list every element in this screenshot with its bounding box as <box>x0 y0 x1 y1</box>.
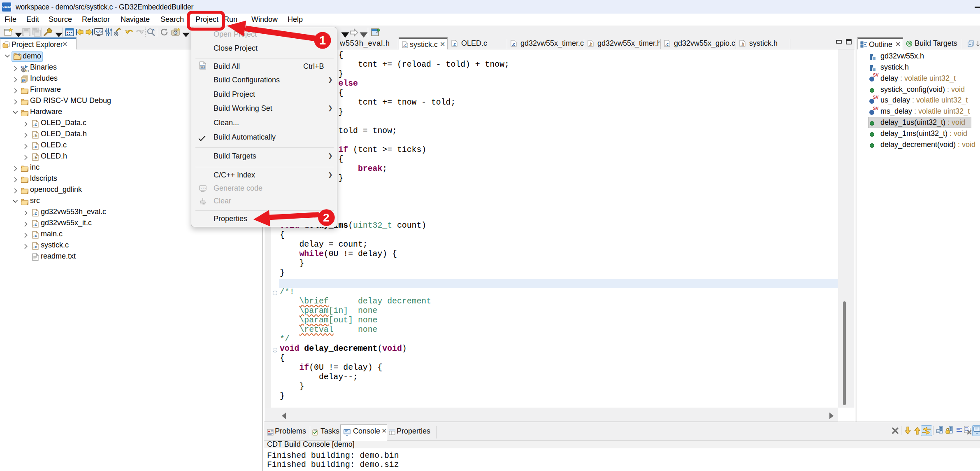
svg-text:c: c <box>175 31 177 35</box>
svg-text:.c: .c <box>512 42 516 47</box>
svg-text:.c: .c <box>665 42 669 47</box>
svg-text:</>: </> <box>96 30 102 34</box>
svg-text:h: h <box>23 79 25 83</box>
svg-text:.c: .c <box>403 43 407 48</box>
svg-text:c: c <box>18 52 20 56</box>
svg-text:</>: </> <box>201 187 206 190</box>
svg-text:.h: .h <box>589 42 592 47</box>
svg-text:01: 01 <box>26 69 29 72</box>
svg-text:010: 010 <box>201 65 205 68</box>
svg-text:.c: .c <box>453 42 456 47</box>
svg-text:.h: .h <box>741 42 744 47</box>
